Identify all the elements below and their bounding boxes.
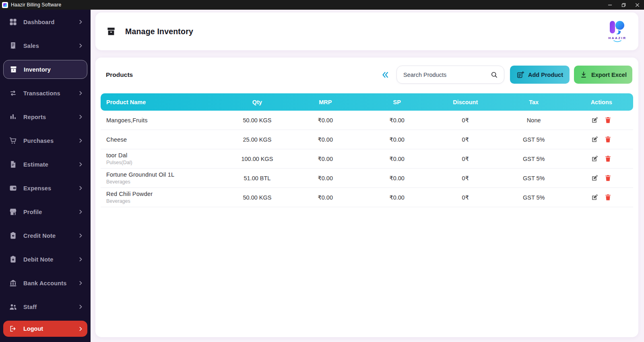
delete-icon[interactable] xyxy=(604,136,612,143)
product-tax: GST 5% xyxy=(498,194,570,201)
page-title: Manage Inventory xyxy=(125,27,193,36)
sidebar-item-estimate[interactable]: Estimate xyxy=(3,152,87,176)
sidebar-item-transactions[interactable]: Transactions xyxy=(3,81,87,105)
titlebar: Haazir Billing Software xyxy=(0,0,644,10)
product-discount: 0₹ xyxy=(433,136,498,143)
product-category: Pulses(Dal) xyxy=(106,160,225,165)
collapse-icon[interactable] xyxy=(381,70,390,79)
sales-icon xyxy=(8,41,17,50)
edit-icon[interactable] xyxy=(591,174,599,182)
chevron-right-icon xyxy=(78,233,83,238)
product-discount: 0₹ xyxy=(433,194,498,201)
product-mrp: ₹0.00 xyxy=(290,194,361,201)
logout-label: Logout xyxy=(23,326,43,332)
chevron-right-icon xyxy=(78,162,83,167)
col-discount: Discount xyxy=(433,99,498,105)
product-qty: 51.00 BTL xyxy=(225,175,289,181)
chevron-right-icon xyxy=(78,91,83,96)
search-box xyxy=(396,66,504,84)
col-tax: Tax xyxy=(498,99,570,105)
product-qty: 50.00 KGS xyxy=(225,117,289,124)
close-icon[interactable] xyxy=(630,0,644,10)
product-name: Mangoes,Fruits xyxy=(106,117,225,124)
transactions-icon xyxy=(8,89,17,98)
inventory-icon xyxy=(9,65,18,74)
export-excel-button[interactable]: Export Excel xyxy=(574,66,632,84)
col-qty: Qty xyxy=(225,99,289,105)
product-category: Beverages xyxy=(106,179,225,185)
sidebar-item-debit-note[interactable]: Debit Note xyxy=(3,247,87,271)
edit-icon[interactable] xyxy=(591,155,599,163)
product-qty: 50.00 KGS xyxy=(225,194,289,201)
sidebar-item-label: Dashboard xyxy=(23,19,55,25)
table-row: Fortune Groundnut Oil 1L Beverages 51.00… xyxy=(101,169,633,188)
edit-icon[interactable] xyxy=(591,116,599,124)
restore-icon[interactable] xyxy=(617,0,630,10)
sidebar-item-label: Staff xyxy=(23,304,37,310)
products-panel: Products Add Product xyxy=(95,58,638,337)
product-sp: ₹0.00 xyxy=(361,136,433,143)
product-sp: ₹0.00 xyxy=(361,175,433,181)
window-title: Haazir Billing Software xyxy=(11,2,61,8)
sidebar-item-bank-accounts[interactable]: Bank Accounts xyxy=(3,271,87,295)
sidebar: Dashboard Sales Inventory Transact xyxy=(0,10,91,342)
chevron-right-icon xyxy=(78,280,83,286)
export-excel-label: Export Excel xyxy=(591,72,627,78)
sidebar-item-purchases[interactable]: Purchases xyxy=(3,129,87,152)
search-icon[interactable] xyxy=(490,71,498,79)
search-input[interactable] xyxy=(403,72,490,78)
bank-icon xyxy=(8,279,17,288)
sidebar-item-staff[interactable]: Staff xyxy=(3,295,87,319)
product-sp: ₹0.00 xyxy=(361,117,433,124)
product-tax: GST 5% xyxy=(498,136,570,143)
col-product-name: Product Name xyxy=(101,99,225,105)
edit-icon[interactable] xyxy=(591,136,599,143)
col-mrp: MRP xyxy=(290,99,361,105)
profile-icon xyxy=(8,208,17,216)
product-discount: 0₹ xyxy=(433,156,498,162)
sidebar-item-expenses[interactable]: Expenses xyxy=(3,176,87,200)
sidebar-item-label: Reports xyxy=(23,114,46,120)
sidebar-item-label: Transactions xyxy=(23,90,60,97)
chevron-right-icon xyxy=(78,257,83,262)
expenses-icon xyxy=(8,184,17,193)
delete-icon[interactable] xyxy=(604,155,612,163)
sidebar-item-profile[interactable]: Profile xyxy=(3,200,87,224)
sidebar-item-credit-note[interactable]: Credit Note xyxy=(3,224,87,247)
sidebar-item-inventory[interactable]: Inventory xyxy=(3,60,87,79)
logout-button[interactable]: Logout xyxy=(3,321,87,337)
sidebar-item-sales[interactable]: Sales xyxy=(3,34,87,58)
chevron-right-icon xyxy=(78,114,83,119)
add-product-button[interactable]: Add Product xyxy=(510,66,570,84)
sidebar-item-reports[interactable]: Reports xyxy=(3,105,87,129)
delete-icon[interactable] xyxy=(604,116,612,124)
chevron-right-icon xyxy=(78,43,83,48)
chevron-right-icon xyxy=(78,185,83,191)
sidebar-item-label: Expenses xyxy=(23,185,51,192)
delete-icon[interactable] xyxy=(604,194,612,201)
sidebar-item-dashboard[interactable]: Dashboard xyxy=(3,10,87,34)
haazir-logo: HAAZIR xyxy=(607,19,628,43)
page-header: Manage Inventory HAAZIR xyxy=(95,12,638,50)
edit-icon[interactable] xyxy=(591,194,599,201)
table-row: toor Dal Pulses(Dal) 100.00 KGS ₹0.00 ₹0… xyxy=(101,149,633,169)
table-row: Cheese 25.00 KGS ₹0.00 ₹0.00 0₹ GST 5% xyxy=(101,130,633,149)
chevron-right-icon xyxy=(78,326,83,332)
product-name: toor Dal xyxy=(106,152,225,159)
add-product-icon xyxy=(516,71,524,79)
credit-note-icon xyxy=(8,231,17,240)
product-mrp: ₹0.00 xyxy=(290,175,361,181)
product-qty: 100.00 KGS xyxy=(225,156,289,162)
minimize-icon[interactable] xyxy=(603,0,617,10)
product-category: Beverages xyxy=(106,198,225,204)
product-tax: GST 5% xyxy=(498,156,570,162)
product-mrp: ₹0.00 xyxy=(290,156,361,162)
table-row: Red Chili Powder Beverages 50.00 KGS ₹0.… xyxy=(101,188,633,207)
product-qty: 25.00 KGS xyxy=(225,136,289,143)
delete-icon[interactable] xyxy=(604,174,612,182)
chevron-right-icon xyxy=(78,19,83,25)
sidebar-item-label: Bank Accounts xyxy=(23,280,67,286)
chevron-right-icon xyxy=(78,138,83,143)
sidebar-item-label: Inventory xyxy=(24,66,51,73)
product-discount: 0₹ xyxy=(433,117,498,124)
